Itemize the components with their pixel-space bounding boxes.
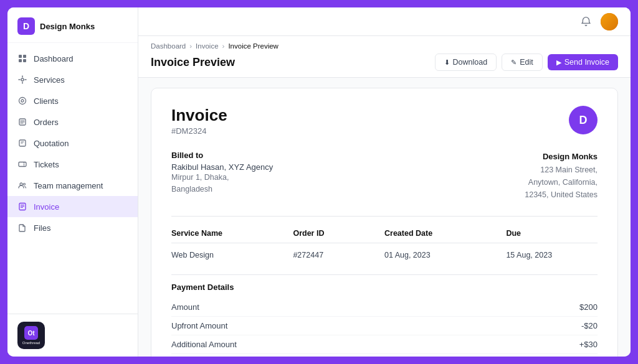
brand-name: Design Monks bbox=[40, 22, 95, 31]
sidebar-item-label: Orders bbox=[34, 118, 59, 127]
company-addr-line1: 123 Main Street, bbox=[525, 164, 598, 176]
service-table: Service Name Order ID Created Date Due W… bbox=[171, 224, 598, 262]
svg-rect-1 bbox=[23, 55, 26, 58]
clients-icon bbox=[17, 96, 27, 106]
divider-1 bbox=[171, 216, 598, 217]
quotation-icon bbox=[17, 138, 27, 148]
billed-to: Billed to Rakibul Hasan, XYZ Agency Mirp… bbox=[171, 151, 273, 201]
breadcrumb-parent[interactable]: Invoice bbox=[196, 42, 218, 50]
sidebar-item-services[interactable]: Services bbox=[7, 69, 138, 90]
onethread-icon: Ot bbox=[24, 326, 38, 340]
sidebar-item-quotation[interactable]: Quotation bbox=[7, 133, 138, 154]
svg-point-4 bbox=[21, 78, 24, 81]
send-icon: ▶ bbox=[556, 58, 561, 67]
topbar bbox=[138, 7, 631, 36]
service-table-row: Web Design #272447 01 Aug, 2023 15 Aug, … bbox=[171, 248, 598, 262]
company-address: Design Monks 123 Main Street, Anytown, C… bbox=[525, 151, 598, 201]
onethread-badge: Ot Onethread bbox=[17, 322, 45, 349]
payment-details-title: Payment Details bbox=[171, 282, 598, 292]
sidebar-item-label: Clients bbox=[34, 96, 59, 106]
breadcrumb-sep1: › bbox=[189, 42, 192, 50]
payment-row-upfront: Upfront Amount -$20 bbox=[171, 317, 598, 335]
created-date-value: 01 Aug, 2023 bbox=[384, 251, 506, 259]
page-title-row: Invoice Preview ⬇ Download ✎ Edit ▶ Send… bbox=[151, 54, 618, 71]
app-frame: D Design Monks Dashboard Services bbox=[6, 6, 632, 358]
invoice-header-left: Invoice #DM2324 bbox=[171, 106, 227, 136]
payment-row-partial: Partial amount 0 bbox=[171, 354, 598, 357]
sidebar-item-orders[interactable]: Orders bbox=[7, 111, 138, 133]
invoice-top: Invoice #DM2324 D bbox=[171, 106, 598, 136]
order-id-value: #272447 bbox=[293, 251, 384, 259]
logo-icon: D bbox=[17, 17, 35, 35]
main-content: Dashboard › Invoice › Invoice Preview In… bbox=[138, 7, 631, 357]
sidebar-logo: D Design Monks bbox=[7, 7, 138, 43]
company-addr-line3: 12345, United States bbox=[525, 189, 598, 201]
sidebar-item-invoice[interactable]: Invoice bbox=[7, 196, 138, 217]
sidebar-footer: Ot Onethread bbox=[7, 314, 138, 357]
sidebar-item-label: Team management bbox=[34, 181, 103, 190]
service-table-header: Service Name Order ID Created Date Due bbox=[171, 224, 598, 243]
sidebar-item-label: Dashboard bbox=[34, 54, 74, 63]
sidebar: D Design Monks Dashboard Services bbox=[7, 7, 138, 357]
edit-icon: ✎ bbox=[511, 58, 517, 67]
page-title: Invoice Preview bbox=[151, 56, 235, 69]
service-name-value: Web Design bbox=[171, 251, 293, 259]
due-value: 15 Aug, 2023 bbox=[506, 251, 598, 259]
payment-details: Payment Details Amount $200 Upfront Amou… bbox=[171, 282, 598, 357]
payment-row-amount: Amount $200 bbox=[171, 298, 598, 317]
dashboard-icon bbox=[17, 54, 27, 63]
invoice-icon bbox=[17, 202, 27, 212]
invoice-title: Invoice bbox=[171, 106, 227, 125]
svg-rect-3 bbox=[23, 59, 26, 62]
sidebar-item-label: Services bbox=[34, 75, 65, 85]
tickets-icon bbox=[17, 159, 27, 169]
sidebar-nav: Dashboard Services Clients Orders bbox=[7, 43, 138, 314]
invoice-body: Invoice #DM2324 D Billed to Rakibul Hasa… bbox=[138, 78, 631, 357]
breadcrumb-home[interactable]: Dashboard bbox=[151, 42, 186, 50]
company-logo: D bbox=[569, 106, 598, 134]
sidebar-item-label: Quotation bbox=[34, 139, 69, 148]
sidebar-item-label: Files bbox=[34, 223, 50, 233]
svg-rect-0 bbox=[19, 55, 22, 58]
action-buttons: ⬇ Download ✎ Edit ▶ Send Invoice bbox=[435, 54, 618, 71]
download-button[interactable]: ⬇ Download bbox=[435, 54, 497, 71]
invoice-number: #DM2324 bbox=[171, 126, 227, 136]
breadcrumb-sep2: › bbox=[222, 42, 225, 50]
sidebar-item-tickets[interactable]: Tickets bbox=[7, 154, 138, 175]
payment-row-additional: Additional Amount +$30 bbox=[171, 335, 598, 354]
svg-point-5 bbox=[19, 98, 26, 105]
divider-2 bbox=[171, 274, 598, 275]
user-avatar[interactable] bbox=[601, 13, 618, 30]
breadcrumb-current: Invoice Preview bbox=[228, 42, 279, 50]
breadcrumb: Dashboard › Invoice › Invoice Preview bbox=[151, 42, 618, 50]
notification-bell-icon[interactable] bbox=[577, 13, 594, 30]
col-order-id: Order ID bbox=[293, 229, 384, 238]
col-created-date: Created Date bbox=[384, 229, 506, 238]
svg-point-11 bbox=[24, 184, 26, 185]
svg-rect-2 bbox=[19, 59, 22, 62]
services-icon bbox=[17, 75, 27, 85]
sidebar-item-label: Invoice bbox=[34, 202, 59, 212]
company-addr-line2: Anytown, California, bbox=[525, 176, 598, 189]
col-due: Due bbox=[506, 229, 598, 238]
svg-rect-9 bbox=[19, 162, 26, 167]
sidebar-item-label: Tickets bbox=[34, 160, 59, 169]
onethread-label: Onethread bbox=[22, 341, 40, 345]
topbar-icons bbox=[577, 13, 618, 30]
team-icon bbox=[17, 180, 27, 190]
page-header: Dashboard › Invoice › Invoice Preview In… bbox=[138, 36, 631, 78]
orders-icon bbox=[17, 117, 27, 127]
sidebar-item-dashboard[interactable]: Dashboard bbox=[7, 48, 138, 69]
billed-to-label: Billed to bbox=[171, 151, 273, 160]
billing-section: Billed to Rakibul Hasan, XYZ Agency Mirp… bbox=[171, 151, 598, 201]
col-service-name: Service Name bbox=[171, 229, 293, 238]
sidebar-item-clients[interactable]: Clients bbox=[7, 90, 138, 111]
sidebar-item-team[interactable]: Team management bbox=[7, 175, 138, 196]
invoice-card: Invoice #DM2324 D Billed to Rakibul Hasa… bbox=[151, 88, 618, 357]
edit-button[interactable]: ✎ Edit bbox=[502, 54, 543, 71]
send-invoice-button[interactable]: ▶ Send Invoice bbox=[548, 54, 618, 70]
sidebar-item-files[interactable]: Files bbox=[7, 217, 138, 238]
svg-point-6 bbox=[21, 100, 24, 102]
files-icon bbox=[17, 223, 27, 233]
company-name: Design Monks bbox=[525, 151, 598, 164]
